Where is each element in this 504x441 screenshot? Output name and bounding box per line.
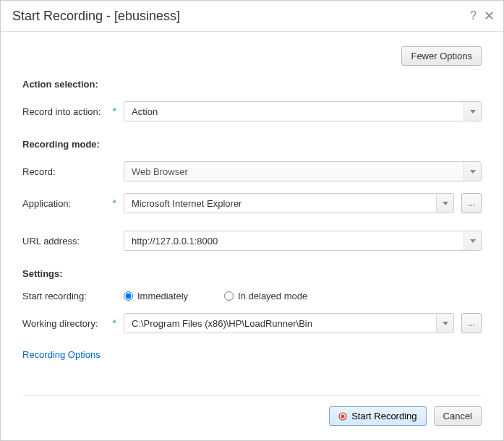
required-star-icon: *	[113, 106, 116, 117]
combo-text-record-into-action: Action	[124, 106, 464, 117]
radio-label-immediately: Immediately	[137, 291, 188, 301]
required-star-icon: *	[113, 317, 116, 329]
record-icon	[338, 412, 347, 421]
required-star-icon: *	[113, 197, 116, 209]
row-url-address: URL address: http://127.0.0.1:8000	[22, 231, 482, 251]
titlebar: Start Recording - [ebusiness] ? ✕	[1, 1, 503, 32]
combo-text-url-address: http://127.0.0.1:8000	[124, 236, 464, 247]
cancel-button[interactable]: Cancel	[434, 406, 482, 426]
chevron-down-icon[interactable]	[464, 231, 481, 250]
row-start-recording: Start recording: Immediately In delayed …	[22, 291, 482, 301]
combo-working-directory[interactable]: C:\Program Files (x86)\HP\LoadRunner\Bin	[124, 313, 454, 333]
combo-application[interactable]: Microsoft Internet Explorer	[124, 193, 454, 213]
row-record: Record: Web Browser	[22, 161, 482, 181]
browse-working-dir-button[interactable]: ...	[461, 313, 482, 333]
dialog-content: Fewer Options Action selection: Record i…	[1, 32, 503, 382]
label-url-address: URL address:	[22, 236, 124, 247]
chevron-down-icon[interactable]	[464, 162, 481, 181]
section-header-action-selection: Action selection:	[22, 79, 482, 90]
chevron-down-icon[interactable]	[436, 194, 453, 213]
help-icon[interactable]: ?	[470, 9, 477, 22]
svg-point-1	[341, 414, 345, 418]
combo-text-record: Web Browser	[124, 166, 464, 177]
combo-record[interactable]: Web Browser	[124, 161, 482, 181]
radio-delayed[interactable]: In delayed mode	[224, 291, 307, 301]
start-recording-label: Start Recording	[351, 411, 417, 421]
chevron-down-icon[interactable]	[436, 314, 453, 333]
recording-options-link[interactable]: Recording Options	[22, 349, 101, 360]
row-application: Application: * Microsoft Internet Explor…	[22, 193, 482, 213]
row-record-into-action: Record into action: * Action	[22, 101, 482, 121]
chevron-down-icon[interactable]	[464, 102, 481, 121]
dialog-title: Start Recording - [ebusiness]	[12, 9, 180, 24]
section-header-recording-mode: Recording mode:	[22, 139, 482, 150]
fewer-options-button[interactable]: Fewer Options	[401, 46, 482, 66]
combo-text-working-directory: C:\Program Files (x86)\HP\LoadRunner\Bin	[124, 318, 436, 329]
top-button-row: Fewer Options	[22, 46, 482, 66]
browse-application-button[interactable]: ...	[461, 193, 482, 213]
section-header-settings: Settings:	[22, 268, 482, 279]
label-record-into-action: Record into action: *	[22, 106, 124, 117]
combo-url-address[interactable]: http://127.0.0.1:8000	[124, 231, 482, 251]
radio-input-immediately[interactable]	[124, 291, 133, 301]
close-icon[interactable]: ✕	[484, 8, 495, 24]
label-working-directory: Working directory: *	[22, 317, 124, 329]
titlebar-controls: ? ✕	[470, 8, 495, 24]
radio-input-delayed[interactable]	[224, 291, 234, 301]
start-recording-dialog: Start Recording - [ebusiness] ? ✕ Fewer …	[0, 0, 504, 441]
label-record: Record:	[22, 166, 124, 177]
radio-group-start-recording: Immediately In delayed mode	[124, 291, 307, 301]
label-start-recording: Start recording:	[22, 291, 124, 301]
row-working-directory: Working directory: * C:\Program Files (x…	[22, 313, 482, 333]
combo-text-application: Microsoft Internet Explorer	[124, 198, 436, 209]
dialog-footer: Start Recording Cancel	[22, 395, 482, 440]
combo-record-into-action[interactable]: Action	[124, 101, 482, 121]
start-recording-button[interactable]: Start Recording	[329, 406, 426, 426]
radio-label-delayed: In delayed mode	[238, 291, 307, 301]
radio-immediately[interactable]: Immediately	[124, 291, 188, 301]
label-application: Application: *	[22, 197, 124, 209]
